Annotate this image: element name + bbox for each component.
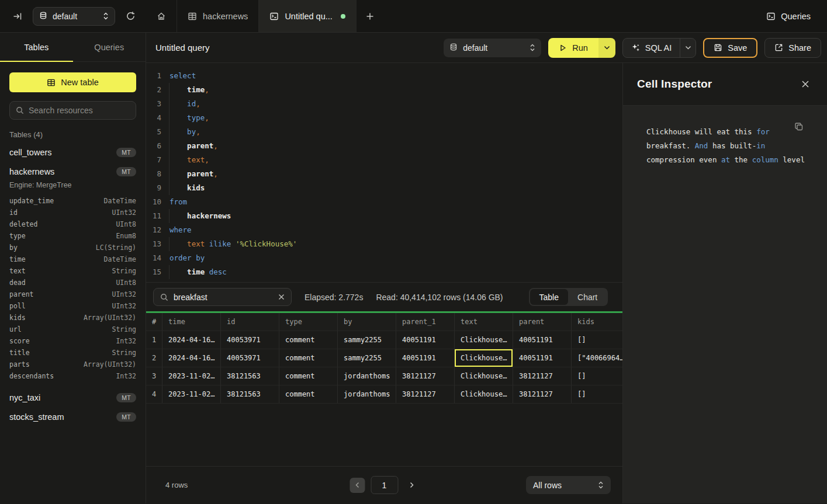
copy-cell-value-button[interactable] bbox=[794, 122, 804, 131]
chevron-up-down-icon bbox=[530, 44, 535, 51]
new-table-button[interactable]: New table bbox=[9, 72, 136, 92]
save-label: Save bbox=[728, 43, 747, 53]
results-search-input[interactable] bbox=[174, 293, 273, 302]
topbar-database-selector[interactable]: default bbox=[33, 7, 115, 26]
tab-hackernews[interactable]: hackernews bbox=[177, 0, 259, 32]
cell-value-text: Clickhouse will eat this for breakfast. … bbox=[646, 125, 809, 167]
results-empty-area bbox=[146, 404, 622, 466]
column-header-kids[interactable]: kids bbox=[572, 313, 622, 331]
new-tab-button[interactable] bbox=[357, 0, 383, 32]
row-index[interactable]: 4 bbox=[146, 385, 162, 404]
table-cell-text[interactable]: Clickhouse… bbox=[455, 331, 513, 349]
column-header-parent[interactable]: parent bbox=[513, 313, 572, 331]
schema-field-list: update_timeDateTimeidUInt32deletedUInt8t… bbox=[0, 193, 146, 388]
view-toggle-table[interactable]: Table bbox=[530, 289, 568, 305]
table-cell-kids[interactable]: [] bbox=[572, 331, 622, 349]
row-index[interactable]: 3 bbox=[146, 367, 162, 385]
table-cell-parent_1[interactable]: 40051191 bbox=[396, 331, 455, 349]
table-cell-time[interactable]: 2024-04-16… bbox=[162, 331, 221, 349]
column-header-id[interactable]: id bbox=[221, 313, 279, 331]
cell-inspector-panel: Cell Inspector Clickhouse will eat this … bbox=[622, 63, 827, 503]
queries-button[interactable]: Queries bbox=[766, 12, 811, 21]
code-line: 14order by bbox=[146, 251, 622, 265]
code-line: 4 type, bbox=[146, 111, 622, 125]
table-cell-id[interactable]: 40053971 bbox=[221, 331, 279, 349]
schema-field: parentUInt32 bbox=[0, 289, 146, 300]
table-cell-by[interactable]: jordanthoms bbox=[338, 367, 396, 385]
table-cell-kids[interactable]: [] bbox=[572, 385, 622, 404]
table-cell-parent_1[interactable]: 40051191 bbox=[396, 349, 455, 367]
page-number-input[interactable] bbox=[371, 476, 398, 494]
column-header-parent_1[interactable]: parent_1 bbox=[396, 313, 455, 331]
table-cell-type[interactable]: comment bbox=[279, 367, 338, 385]
view-toggle-chart[interactable]: Chart bbox=[568, 289, 607, 305]
plus-icon bbox=[366, 12, 374, 20]
sidebar-tab-tables[interactable]: Tables bbox=[0, 33, 73, 61]
table-cell-parent[interactable]: 40051191 bbox=[513, 349, 572, 367]
sql-editor[interactable]: 1select2 time,3 id,4 type,5 by,6 parent,… bbox=[146, 63, 622, 282]
schema-field: timeDateTime bbox=[0, 253, 146, 265]
page-size-selector[interactable]: All rows bbox=[526, 476, 611, 494]
sidebar-item-nyc-taxi[interactable]: nyc_taxi MT bbox=[0, 388, 146, 407]
sql-ai-options-button[interactable] bbox=[680, 39, 695, 57]
table-cell-parent[interactable]: 38121127 bbox=[513, 385, 572, 404]
close-inspector-button[interactable] bbox=[801, 80, 809, 88]
table-cell-type[interactable]: comment bbox=[279, 385, 338, 404]
table-cell-by[interactable]: sammy2255 bbox=[338, 331, 396, 349]
top-bar: default hackernews bbox=[0, 0, 827, 33]
clickhouse-console: default hackernews bbox=[0, 0, 827, 504]
column-header-text[interactable]: text bbox=[455, 313, 513, 331]
table-cell-kids[interactable]: [] bbox=[572, 367, 622, 385]
database-icon bbox=[39, 12, 47, 20]
search-icon bbox=[16, 106, 24, 114]
table-cell-kids[interactable]: ["40066964… bbox=[572, 349, 622, 367]
next-page-button[interactable] bbox=[404, 478, 419, 493]
table-grid-icon bbox=[188, 12, 197, 21]
table-cell-by[interactable]: jordanthoms bbox=[338, 385, 396, 404]
table-cell-id[interactable]: 38121563 bbox=[221, 367, 279, 385]
table-cell-time[interactable]: 2024-04-16… bbox=[162, 349, 221, 367]
sidebar-item-stocks-stream[interactable]: stocks_stream MT bbox=[0, 407, 146, 426]
engine-badge: MT bbox=[116, 148, 136, 157]
schema-field: textString bbox=[0, 265, 146, 277]
table-cell-text[interactable]: Clickhouse… bbox=[455, 349, 513, 367]
table-cell-by[interactable]: sammy2255 bbox=[338, 349, 396, 367]
search-resources-input[interactable] bbox=[29, 106, 130, 115]
tab-home[interactable] bbox=[146, 0, 177, 32]
column-header-type[interactable]: type bbox=[279, 313, 338, 331]
column-header-time[interactable]: time bbox=[162, 313, 221, 331]
table-cell-parent[interactable]: 38121127 bbox=[513, 367, 572, 385]
previous-page-button[interactable] bbox=[350, 478, 365, 493]
table-cell-id[interactable]: 40053971 bbox=[221, 349, 279, 367]
run-label: Run bbox=[572, 43, 588, 53]
run-button[interactable]: Run bbox=[548, 38, 598, 58]
table-cell-text[interactable]: Clickhouse… bbox=[455, 385, 513, 404]
table-cell-parent[interactable]: 40051191 bbox=[513, 331, 572, 349]
table-cell-time[interactable]: 2023-11-02… bbox=[162, 385, 221, 404]
refresh-button[interactable] bbox=[123, 9, 138, 23]
table-cell-type[interactable]: comment bbox=[279, 331, 338, 349]
row-index[interactable]: 2 bbox=[146, 349, 162, 367]
table-cell-time[interactable]: 2023-11-02… bbox=[162, 367, 221, 385]
sql-ai-button[interactable]: SQL AI bbox=[623, 39, 680, 57]
schema-field: scoreInt32 bbox=[0, 335, 146, 347]
column-header-by[interactable]: by bbox=[338, 313, 396, 331]
table-cell-id[interactable]: 38121563 bbox=[221, 385, 279, 404]
run-options-button[interactable] bbox=[598, 38, 615, 58]
sidebar-item-cell-towers[interactable]: cell_towers MT bbox=[0, 142, 146, 162]
code-line: 2 time, bbox=[146, 83, 622, 97]
column-header-index[interactable]: # bbox=[146, 313, 162, 331]
table-cell-parent_1[interactable]: 38121127 bbox=[396, 367, 455, 385]
table-cell-type[interactable]: comment bbox=[279, 349, 338, 367]
row-index[interactable]: 1 bbox=[146, 331, 162, 349]
table-cell-parent_1[interactable]: 38121127 bbox=[396, 385, 455, 404]
table-cell-text[interactable]: Clickhouse… bbox=[455, 367, 513, 385]
clear-search-button[interactable] bbox=[278, 294, 285, 300]
save-button[interactable]: Save bbox=[703, 38, 757, 58]
query-database-selector[interactable]: default bbox=[444, 39, 541, 57]
sidebar-item-hackernews[interactable]: hackernews MT bbox=[0, 162, 146, 181]
tab-untitled-query[interactable]: Untitled qu... bbox=[259, 0, 356, 32]
collapse-sidebar-button[interactable] bbox=[11, 9, 25, 23]
sidebar-tab-queries[interactable]: Queries bbox=[73, 33, 146, 61]
share-button[interactable]: Share bbox=[764, 38, 821, 58]
